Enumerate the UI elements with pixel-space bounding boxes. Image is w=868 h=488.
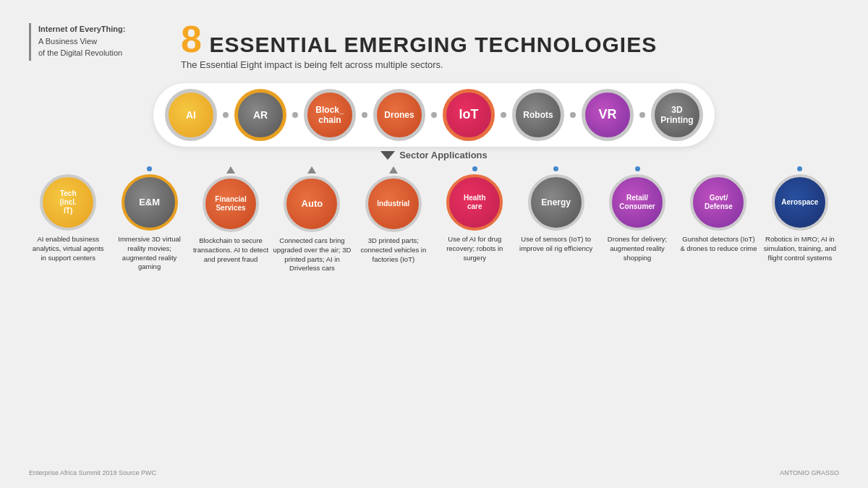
- header-bar: [29, 23, 31, 61]
- sector-col-fin: FinancialServices Blockchain to secure t…: [192, 166, 270, 264]
- tech-circle-robots: Robots: [512, 89, 564, 141]
- sector-circle-em: E&M: [122, 174, 178, 231]
- sector-circle-energy: Energy: [528, 174, 584, 231]
- header: Internet of EveryThing: A Business View …: [29, 20, 839, 70]
- dot-connector: [223, 112, 229, 118]
- tech-track: AI AR Block_chain Drones IoT Robots VR 3…: [153, 83, 715, 147]
- sector-desc-govt: Gunshot detectors (IoT) & drones to redu…: [679, 235, 757, 254]
- sector-desc-retail: Drones for delivery; augmented reality s…: [598, 235, 676, 262]
- dot-retail: [635, 166, 640, 171]
- dot-connector: [431, 112, 437, 118]
- dot-connector: [570, 112, 576, 118]
- dot-connector: [639, 112, 645, 118]
- sector-label: Sector Applications: [399, 150, 488, 160]
- sector-circle-govt: Govt/Defense: [690, 174, 746, 231]
- title-row: 8 ESSENTIAL EMERGING TECHNOLOGIES: [181, 20, 657, 58]
- header-line3: of the Digital Revolution: [38, 48, 122, 57]
- header-right: 8 ESSENTIAL EMERGING TECHNOLOGIES The Es…: [181, 20, 657, 70]
- dot-fin: [226, 166, 235, 174]
- header-source-text: Internet of EveryThing: A Business View …: [38, 23, 125, 59]
- sector-arrow-icon: [380, 151, 395, 160]
- sector-col-energy: Energy Use of sensors (IoT) to improve o…: [516, 166, 595, 254]
- header-number: 8: [181, 20, 202, 58]
- tech-circle-ai: AI: [165, 89, 217, 141]
- sector-col-tech: Tech(incl.IT) AI enabled business analyt…: [29, 166, 107, 262]
- dot-connector: [501, 112, 506, 118]
- sector-col-em: E&M Immersive 3D virtual reality movies;…: [110, 166, 188, 272]
- sector-col-retail: Retail/Consumer Drones for delivery; aug…: [598, 166, 676, 262]
- tech-circle-drones: Drones: [373, 89, 425, 141]
- dot-energy: [553, 166, 558, 171]
- dot-aerospace: [797, 166, 802, 171]
- tech-row-container: AI AR Block_chain Drones IoT Robots VR 3…: [29, 83, 839, 147]
- header-line1: Internet of EveryThing:: [38, 25, 125, 33]
- sector-circle-auto: Auto: [284, 176, 340, 232]
- tech-circle-ar: AR: [234, 89, 286, 141]
- tech-circle-iot: IoT: [443, 89, 495, 141]
- dot-industrial: [389, 166, 398, 174]
- sector-desc-health: Use of AI for drug recovery; robots in s…: [435, 235, 514, 262]
- page: Internet of EveryThing: A Business View …: [0, 0, 868, 488]
- sector-circle-tech: Tech(incl.IT): [40, 174, 96, 231]
- sector-desc-energy: Use of sensors (IoT) to improve oil rig …: [516, 235, 595, 254]
- header-line2: A Business View: [38, 37, 97, 46]
- dot-connector: [362, 112, 367, 118]
- sector-col-health: Healthcare Use of AI for drug recovery; …: [435, 166, 514, 262]
- footer: Enterprise Africa Summit 2019 Source PWC…: [29, 465, 839, 476]
- sector-col-govt: Govt/Defense Gunshot detectors (IoT) & d…: [679, 166, 757, 254]
- dot-em: [147, 166, 152, 171]
- header-subtitle: The Essential Eight impact is being felt…: [181, 59, 657, 70]
- sector-desc-fin: Blockchain to secure transactions. AI to…: [192, 236, 270, 264]
- sector-col-auto: Auto Connected cars bring upgraded over …: [273, 166, 351, 273]
- sector-circle-industrial: Industrial: [365, 176, 422, 232]
- sectors-row: Tech(incl.IT) AI enabled business analyt…: [29, 166, 839, 273]
- dot-connector: [292, 112, 298, 118]
- sector-col-aerospace: Aerospace Robotics in MRO; AI in simulat…: [761, 166, 839, 262]
- sector-circle-fin: FinancialServices: [203, 176, 259, 232]
- sector-desc-auto: Connected cars bring upgraded over the a…: [273, 236, 351, 273]
- footer-right: ANTONIO GRASSO: [780, 469, 839, 476]
- tech-circle-blockchain: Block_chain: [304, 89, 356, 141]
- sector-label-row: Sector Applications: [29, 150, 839, 160]
- footer-left: Enterprise Africa Summit 2019 Source PWC: [29, 469, 156, 476]
- sector-circle-health: Healthcare: [446, 174, 503, 231]
- dot-auto: [307, 166, 316, 174]
- sector-circle-aerospace: Aerospace: [772, 174, 828, 231]
- header-title: ESSENTIAL EMERGING TECHNOLOGIES: [209, 33, 657, 56]
- dot-health: [472, 166, 477, 171]
- sector-col-industrial: Industrial 3D printed parts; connected v…: [354, 166, 433, 264]
- sector-desc-tech: AI enabled business analytics, virtual a…: [29, 235, 107, 262]
- tech-circle-printing: 3DPrinting: [651, 89, 703, 141]
- tech-circle-vr: VR: [582, 89, 634, 141]
- header-left: Internet of EveryThing: A Business View …: [29, 20, 166, 61]
- sector-circle-retail: Retail/Consumer: [609, 174, 665, 231]
- sector-desc-em: Immersive 3D virtual reality movies; aug…: [110, 235, 188, 272]
- sector-desc-industrial: 3D printed parts; connected vehicles in …: [354, 236, 433, 264]
- sector-desc-aerospace: Robotics in MRO; AI in simulation, train…: [761, 235, 839, 262]
